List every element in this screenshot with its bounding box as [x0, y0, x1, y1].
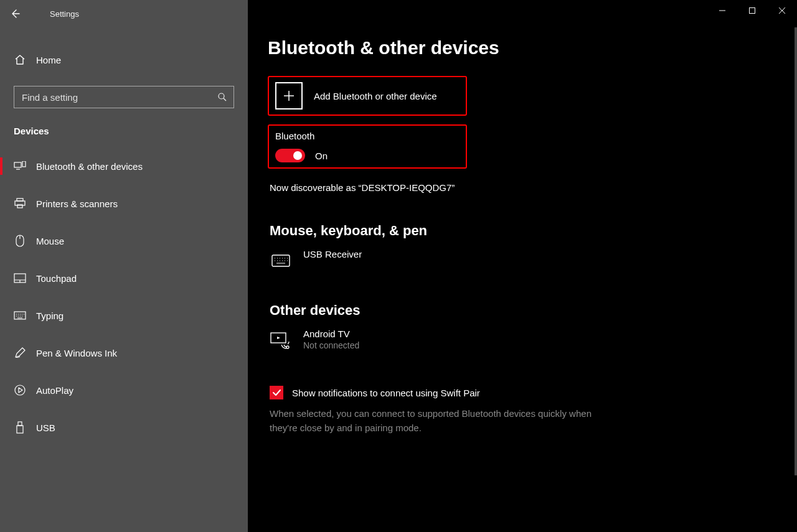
sidebar-item-label: Pen & Windows Ink: [36, 348, 117, 358]
keyboard-icon: [270, 250, 292, 273]
sidebar-item-printers[interactable]: Printers & scanners: [0, 185, 248, 222]
svg-point-15: [286, 346, 289, 348]
add-device-label: Add Bluetooth or other device: [314, 91, 437, 101]
discoverable-text: Now discoverable as “DESKTOP-IEQQDG7”: [270, 182, 797, 193]
device-text: USB Receiver: [303, 249, 362, 259]
plus-icon: [275, 82, 303, 110]
search-box[interactable]: [14, 86, 234, 108]
sidebar-item-typing[interactable]: Typing: [0, 297, 248, 334]
svg-rect-11: [17, 426, 23, 433]
highlight-add-device: Add Bluetooth or other device: [268, 76, 467, 116]
sidebar-item-usb[interactable]: USB: [0, 409, 248, 446]
sidebar-nav: Bluetooth & other devices Printers & sca…: [0, 147, 248, 446]
arrow-left-icon: [10, 9, 20, 19]
touchpad-icon: [14, 272, 26, 284]
device-name: Android TV: [303, 329, 359, 339]
mouse-icon: [14, 235, 26, 247]
active-indicator: [0, 157, 2, 175]
sidebar-item-bluetooth[interactable]: Bluetooth & other devices: [0, 147, 248, 185]
sidebar-item-label: Mouse: [36, 236, 64, 246]
page-title: Bluetooth & other devices: [268, 37, 797, 58]
usb-icon: [14, 421, 26, 434]
sidebar-section-title: Devices: [14, 126, 248, 136]
sidebar: Settings Home Devices Bluetooth & other …: [0, 0, 248, 532]
checkmark-icon: [271, 388, 281, 398]
device-text: Android TV Not connected: [303, 329, 359, 350]
media-device-icon: [270, 330, 292, 352]
swift-pair-label: Show notifications to connect using Swif…: [292, 388, 480, 398]
svg-point-0: [219, 93, 224, 99]
maximize-icon: [748, 7, 756, 14]
autoplay-icon: [14, 384, 26, 396]
bluetooth-heading: Bluetooth: [275, 131, 460, 141]
sidebar-item-label: AutoPlay: [36, 385, 73, 396]
minimize-button[interactable]: [707, 0, 737, 21]
svg-rect-12: [750, 8, 755, 14]
svg-rect-1: [14, 162, 21, 167]
bluetooth-toggle[interactable]: [275, 149, 305, 162]
close-button[interactable]: [767, 0, 797, 21]
main-content: Bluetooth & other devices Add Bluetooth …: [248, 0, 797, 532]
sidebar-item-label: Typing: [36, 310, 64, 321]
titlebar-left: Settings: [0, 0, 248, 27]
sidebar-item-pen[interactable]: Pen & Windows Ink: [0, 334, 248, 371]
swift-pair-checkbox[interactable]: [270, 386, 283, 399]
device-name: USB Receiver: [303, 249, 362, 259]
sidebar-item-label: Printers & scanners: [36, 198, 118, 209]
search-input[interactable]: [14, 92, 211, 103]
device-usb-receiver[interactable]: USB Receiver: [270, 249, 797, 273]
back-button[interactable]: [0, 0, 30, 27]
svg-rect-3: [17, 198, 23, 201]
search-icon: [211, 92, 233, 102]
svg-rect-2: [22, 161, 26, 167]
scrollbar[interactable]: [795, 27, 797, 532]
home-label: Home: [36, 55, 61, 65]
device-android-tv[interactable]: Android TV Not connected: [270, 329, 797, 352]
bluetooth-toggle-row: On: [275, 149, 460, 162]
sidebar-item-touchpad[interactable]: Touchpad: [0, 259, 248, 297]
sidebar-item-autoplay[interactable]: AutoPlay: [0, 371, 248, 409]
content: Bluetooth & other devices Add Bluetooth …: [248, 0, 797, 435]
minimize-icon: [719, 7, 726, 14]
section-mouse-keyboard-pen: Mouse, keyboard, & pen: [270, 223, 797, 239]
pen-icon: [14, 347, 26, 359]
section-other-devices: Other devices: [270, 302, 797, 319]
svg-rect-10: [18, 422, 22, 426]
swift-pair-description: When selected, you can connect to suppor…: [270, 407, 618, 435]
device-status: Not connected: [303, 340, 359, 350]
swift-pair-row: Show notifications to connect using Swif…: [270, 386, 797, 399]
toggle-knob: [293, 151, 302, 160]
sidebar-item-label: USB: [36, 422, 55, 433]
printer-icon: [14, 197, 26, 210]
close-icon: [778, 7, 786, 14]
maximize-button[interactable]: [737, 0, 767, 21]
scrollbar-thumb[interactable]: [795, 27, 797, 475]
add-device-button[interactable]: Add Bluetooth or other device: [275, 82, 460, 110]
keyboard-icon: [14, 309, 26, 322]
devices-icon: [14, 160, 26, 172]
app-title: Settings: [50, 9, 79, 19]
sidebar-item-label: Bluetooth & other devices: [36, 161, 143, 172]
sidebar-item-mouse[interactable]: Mouse: [0, 222, 248, 259]
bluetooth-state: On: [315, 151, 328, 161]
svg-point-9: [15, 385, 25, 395]
sidebar-item-label: Touchpad: [36, 273, 77, 284]
highlight-bluetooth-toggle: Bluetooth On: [268, 124, 467, 169]
home-button[interactable]: Home: [0, 41, 248, 78]
window-controls: [707, 0, 797, 21]
home-icon: [14, 54, 26, 66]
